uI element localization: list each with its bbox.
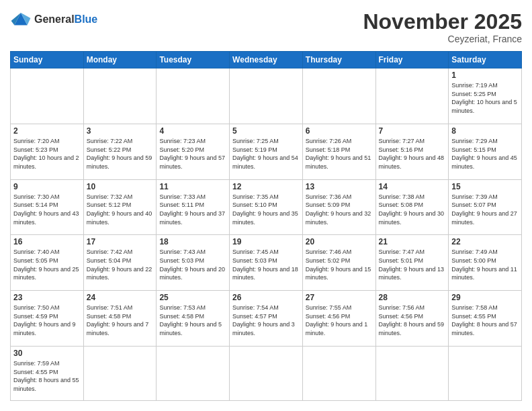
week-row-1: 1Sunrise: 7:19 AM Sunset: 5:25 PM Daylig…: [11, 68, 522, 124]
week-row-3: 9Sunrise: 7:30 AM Sunset: 5:14 PM Daylig…: [11, 179, 522, 235]
day-number: 23: [13, 293, 81, 302]
day-number: 21: [379, 237, 446, 246]
day-cell-1-0: 2Sunrise: 7:20 AM Sunset: 5:23 PM Daylig…: [11, 124, 84, 179]
day-cell-4-3: 26Sunrise: 7:54 AM Sunset: 4:57 PM Dayli…: [230, 291, 303, 347]
day-cell-5-6: [449, 347, 522, 401]
day-info: Sunrise: 7:49 AM Sunset: 5:00 PM Dayligh…: [451, 248, 519, 281]
day-number: 18: [159, 237, 226, 246]
day-cell-2-4: 13Sunrise: 7:36 AM Sunset: 5:09 PM Dayli…: [302, 179, 375, 235]
day-cell-0-0: [11, 68, 84, 124]
day-cell-1-2: 4Sunrise: 7:23 AM Sunset: 5:20 PM Daylig…: [157, 124, 230, 179]
day-cell-3-6: 22Sunrise: 7:49 AM Sunset: 5:00 PM Dayli…: [449, 235, 522, 291]
day-cell-2-0: 9Sunrise: 7:30 AM Sunset: 5:14 PM Daylig…: [11, 179, 84, 235]
day-cell-5-3: [230, 347, 303, 401]
day-cell-0-5: [375, 68, 449, 124]
day-info: Sunrise: 7:29 AM Sunset: 5:15 PM Dayligh…: [451, 137, 519, 171]
day-info: Sunrise: 7:47 AM Sunset: 5:01 PM Dayligh…: [379, 248, 446, 281]
day-cell-3-4: 20Sunrise: 7:46 AM Sunset: 5:02 PM Dayli…: [302, 235, 375, 291]
header-wednesday: Wednesday: [230, 52, 303, 68]
day-cell-1-6: 8Sunrise: 7:29 AM Sunset: 5:15 PM Daylig…: [449, 124, 522, 179]
day-cell-4-2: 25Sunrise: 7:53 AM Sunset: 4:58 PM Dayli…: [157, 291, 230, 347]
header-saturday: Saturday: [449, 52, 522, 68]
day-info: Sunrise: 7:25 AM Sunset: 5:19 PM Dayligh…: [232, 137, 300, 171]
day-cell-2-6: 15Sunrise: 7:39 AM Sunset: 5:07 PM Dayli…: [449, 179, 522, 235]
day-cell-3-1: 17Sunrise: 7:42 AM Sunset: 5:04 PM Dayli…: [83, 235, 157, 291]
page: GeneralBlue November 2025 Ceyzeriat, Fra…: [0, 0, 532, 411]
day-info: Sunrise: 7:39 AM Sunset: 5:07 PM Dayligh…: [451, 193, 519, 226]
day-info: Sunrise: 7:27 AM Sunset: 5:16 PM Dayligh…: [379, 137, 446, 171]
day-cell-1-1: 3Sunrise: 7:22 AM Sunset: 5:22 PM Daylig…: [83, 124, 157, 179]
day-cell-2-1: 10Sunrise: 7:32 AM Sunset: 5:12 PM Dayli…: [83, 179, 157, 235]
day-cell-0-6: 1Sunrise: 7:19 AM Sunset: 5:25 PM Daylig…: [449, 68, 522, 124]
day-info: Sunrise: 7:19 AM Sunset: 5:25 PM Dayligh…: [451, 81, 519, 115]
day-number: 28: [379, 293, 446, 302]
day-number: 1: [451, 71, 519, 80]
day-number: 27: [306, 293, 373, 302]
day-number: 17: [87, 237, 154, 246]
day-cell-3-3: 19Sunrise: 7:45 AM Sunset: 5:03 PM Dayli…: [230, 235, 303, 291]
day-number: 25: [159, 293, 226, 302]
day-info: Sunrise: 7:59 AM Sunset: 4:55 PM Dayligh…: [13, 359, 81, 393]
day-info: Sunrise: 7:36 AM Sunset: 5:09 PM Dayligh…: [306, 193, 373, 226]
day-number: 19: [232, 237, 300, 246]
day-cell-5-2: [157, 347, 230, 401]
day-cell-4-0: 23Sunrise: 7:50 AM Sunset: 4:59 PM Dayli…: [11, 291, 84, 347]
day-info: Sunrise: 7:40 AM Sunset: 5:05 PM Dayligh…: [13, 248, 81, 281]
day-number: 11: [159, 182, 226, 191]
day-number: 20: [306, 237, 373, 246]
day-cell-2-2: 11Sunrise: 7:33 AM Sunset: 5:11 PM Dayli…: [157, 179, 230, 235]
day-cell-5-4: [302, 347, 375, 401]
day-number: 6: [306, 126, 373, 136]
header-monday: Monday: [83, 52, 157, 68]
day-cell-0-3: [230, 68, 303, 124]
day-info: Sunrise: 7:51 AM Sunset: 4:58 PM Dayligh…: [87, 304, 154, 337]
title-block: November 2025 Ceyzeriat, France: [363, 10, 522, 44]
day-cell-2-3: 12Sunrise: 7:35 AM Sunset: 5:10 PM Dayli…: [230, 179, 303, 235]
day-number: 30: [13, 349, 81, 358]
day-cell-2-5: 14Sunrise: 7:38 AM Sunset: 5:08 PM Dayli…: [375, 179, 449, 235]
weekday-header-row: Sunday Monday Tuesday Wednesday Thursday…: [11, 52, 522, 68]
day-info: Sunrise: 7:50 AM Sunset: 4:59 PM Dayligh…: [13, 304, 81, 337]
day-info: Sunrise: 7:33 AM Sunset: 5:11 PM Dayligh…: [159, 193, 226, 226]
day-number: 12: [232, 182, 300, 191]
week-row-5: 23Sunrise: 7:50 AM Sunset: 4:59 PM Dayli…: [11, 291, 522, 347]
subtitle: Ceyzeriat, France: [363, 34, 522, 44]
day-number: 24: [87, 293, 154, 302]
day-info: Sunrise: 7:58 AM Sunset: 4:55 PM Dayligh…: [451, 304, 519, 337]
day-info: Sunrise: 7:30 AM Sunset: 5:14 PM Dayligh…: [13, 193, 81, 226]
day-cell-0-2: [157, 68, 230, 124]
day-info: Sunrise: 7:26 AM Sunset: 5:18 PM Dayligh…: [306, 137, 373, 171]
logo-text: GeneralBlue: [34, 13, 97, 26]
logo-icon: [10, 10, 32, 29]
day-info: Sunrise: 7:32 AM Sunset: 5:12 PM Dayligh…: [87, 193, 154, 226]
day-cell-3-2: 18Sunrise: 7:43 AM Sunset: 5:03 PM Dayli…: [157, 235, 230, 291]
header-sunday: Sunday: [11, 52, 84, 68]
day-info: Sunrise: 7:45 AM Sunset: 5:03 PM Dayligh…: [232, 248, 300, 281]
week-row-4: 16Sunrise: 7:40 AM Sunset: 5:05 PM Dayli…: [11, 235, 522, 291]
day-info: Sunrise: 7:20 AM Sunset: 5:23 PM Dayligh…: [13, 137, 81, 171]
day-cell-5-1: [83, 347, 157, 401]
day-number: 7: [379, 126, 446, 136]
day-cell-4-1: 24Sunrise: 7:51 AM Sunset: 4:58 PM Dayli…: [83, 291, 157, 347]
day-number: 5: [232, 126, 300, 136]
day-cell-1-4: 6Sunrise: 7:26 AM Sunset: 5:18 PM Daylig…: [302, 124, 375, 179]
day-number: 16: [13, 237, 81, 246]
day-info: Sunrise: 7:46 AM Sunset: 5:02 PM Dayligh…: [306, 248, 373, 281]
day-info: Sunrise: 7:35 AM Sunset: 5:10 PM Dayligh…: [232, 193, 300, 226]
day-number: 22: [451, 237, 519, 246]
logo: GeneralBlue: [10, 10, 97, 29]
day-info: Sunrise: 7:38 AM Sunset: 5:08 PM Dayligh…: [379, 193, 446, 226]
day-info: Sunrise: 7:43 AM Sunset: 5:03 PM Dayligh…: [159, 248, 226, 281]
day-info: Sunrise: 7:22 AM Sunset: 5:22 PM Dayligh…: [87, 137, 154, 171]
header-tuesday: Tuesday: [157, 52, 230, 68]
day-info: Sunrise: 7:55 AM Sunset: 4:56 PM Dayligh…: [306, 304, 373, 337]
day-number: 29: [451, 293, 519, 302]
day-number: 4: [159, 126, 226, 136]
day-number: 8: [451, 126, 519, 136]
day-cell-1-5: 7Sunrise: 7:27 AM Sunset: 5:16 PM Daylig…: [375, 124, 449, 179]
header: GeneralBlue November 2025 Ceyzeriat, Fra…: [10, 10, 522, 44]
day-number: 10: [87, 182, 154, 191]
day-number: 9: [13, 182, 81, 191]
day-info: Sunrise: 7:54 AM Sunset: 4:57 PM Dayligh…: [232, 304, 300, 337]
day-cell-3-0: 16Sunrise: 7:40 AM Sunset: 5:05 PM Dayli…: [11, 235, 84, 291]
